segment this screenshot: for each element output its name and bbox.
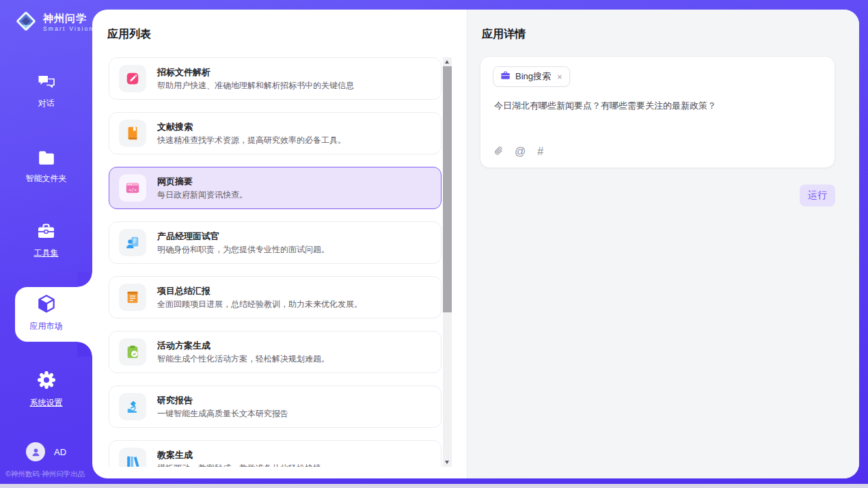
sidebar-item-smart-folder[interactable]: 智能文件夹 (0, 150, 92, 185)
app-card-project-summary[interactable]: 项目总结汇报 全面回顾项目进展，总结经验教训，助力未来优化发展。 (109, 276, 442, 318)
brand-logo: 神州问学 Smart Vision (14, 9, 94, 36)
sidebar-item-label: 应用市场 (30, 321, 63, 332)
app-card-title: 研究报告 (157, 396, 288, 405)
app-card-description: 模板驱动，教案秒成，教学准备从此轻松快捷 (157, 464, 321, 467)
books-icon (119, 448, 146, 467)
avatar (26, 442, 45, 461)
app-card-description: 每日政府新闻资讯快查。 (157, 191, 247, 199)
cube-icon (36, 293, 57, 317)
gear-icon (37, 370, 56, 392)
interviewer-icon (119, 229, 146, 256)
svg-text:</>: </> (128, 187, 137, 193)
app-card-title: 产品经理面试官 (157, 232, 329, 241)
sidebar-item-chat[interactable]: 对话 (0, 74, 92, 109)
app-list-scrollbar[interactable] (443, 57, 452, 467)
browser-code-icon: </> (119, 174, 146, 202)
tool-chip-bing-search[interactable]: Bing搜索 × (493, 66, 570, 87)
app-card-description: 一键智能生成高质量长文本研究报告 (157, 409, 288, 418)
app-card-lesson-plan[interactable]: 教案生成 模板驱动，教案秒成，教学准备从此轻松快捷 (109, 440, 442, 467)
hash-icon[interactable]: # (537, 146, 543, 158)
chat-icon (37, 74, 56, 92)
app-card-description: 智能生成个性化活动方案，轻松解决规划难题。 (157, 355, 329, 363)
chip-close-icon[interactable]: × (557, 72, 562, 82)
sidebar-item-label: 智能文件夹 (26, 173, 67, 185)
brand-name: 神州问学 (43, 13, 94, 25)
app-card-title: 招标文件解析 (157, 68, 354, 77)
scrollbar-down-icon[interactable] (443, 458, 452, 467)
notepad-icon (119, 284, 146, 311)
document-edit-icon (119, 65, 146, 92)
app-card-research-report[interactable]: 研究报告 一键智能生成高质量长文本研究报告 (109, 385, 442, 428)
sidebar-item-label: 工具集 (34, 247, 59, 259)
scrollbar-up-icon[interactable] (443, 57, 452, 66)
app-card-web-summary[interactable]: </> 网页摘要 每日政府新闻资讯快查。 (109, 167, 442, 209)
app-card-description: 快速精准查找学术资源，提高研究效率的必备工具。 (157, 136, 346, 144)
brand-subtitle: Smart Vision (43, 25, 94, 32)
sidebar-item-label: 系统设置 (30, 397, 63, 409)
app-list-title: 应用列表 (107, 27, 151, 42)
sidebar-item-settings[interactable]: 系统设置 (0, 370, 92, 409)
folder-icon (38, 150, 55, 167)
attachment-icon[interactable] (494, 145, 503, 159)
app-detail-title: 应用详情 (482, 27, 526, 42)
tool-chip-label: Bing搜索 (515, 70, 551, 83)
content-panel: 应用列表 应用详情 招标文件解析 帮助用户快速、准确地理解和解析招标书中的关键信… (92, 10, 859, 478)
app-list: 招标文件解析 帮助用户快速、准确地理解和解析招标书中的关键信息 文献搜索 快速精… (109, 57, 442, 467)
app-card-pm-interviewer[interactable]: 产品经理面试官 明确身份和职责，为您提供专业性的面试问题。 (109, 221, 442, 264)
app-card-description: 全面回顾项目进展，总结经验教训，助力未来优化发展。 (157, 300, 362, 308)
app-card-bid-document-analysis[interactable]: 招标文件解析 帮助用户快速、准确地理解和解析招标书中的关键信息 (109, 57, 442, 100)
briefcase-icon (500, 70, 511, 83)
sidebar-item-label: 对话 (38, 98, 55, 109)
sidebar-item-toolbox[interactable]: 工具集 (0, 223, 92, 259)
app-card-description: 明确身份和职责，为您提供专业性的面试问题。 (157, 245, 329, 254)
app-card-literature-search[interactable]: 文献搜索 快速精准查找学术资源，提高研究效率的必备工具。 (109, 112, 442, 154)
microscope-icon (119, 393, 146, 420)
person-icon (31, 447, 41, 457)
app-card-title: 文献搜索 (157, 122, 346, 131)
user-account[interactable]: AD (26, 442, 66, 461)
app-detail-composer: Bing搜索 × 今日湖北有哪些新闻要点？有哪些需要关注的最新政策？ @ # (480, 56, 835, 168)
query-input[interactable]: 今日湖北有哪些新闻要点？有哪些需要关注的最新政策？ (494, 99, 822, 113)
app-purple-frame: 神州问学 Smart Vision 对话 智能文件夹 (0, 0, 868, 484)
toolbox-icon (37, 223, 55, 242)
app-card-title: 项目总结汇报 (157, 286, 362, 295)
brand-diamond-icon (14, 9, 38, 36)
app-card-title: 网页摘要 (157, 177, 247, 186)
app-card-description: 帮助用户快速、准确地理解和解析招标书中的关键信息 (157, 81, 354, 90)
sidebar-item-app-market[interactable]: 应用市场 (0, 293, 92, 332)
user-label: AD (54, 447, 66, 457)
app-card-title: 活动方案生成 (157, 341, 329, 350)
copyright-footer: ©神州数码·神州问学出品 (5, 470, 85, 479)
clipboard-check-icon (119, 338, 146, 366)
book-icon (119, 120, 146, 147)
app-card-title: 教案生成 (157, 450, 321, 459)
app-card-event-plan[interactable]: 活动方案生成 智能生成个性化活动方案，轻松解决规划难题。 (109, 331, 442, 373)
scrollbar-thumb[interactable] (443, 66, 452, 312)
run-button[interactable]: 运行 (800, 185, 835, 206)
mention-icon[interactable]: @ (515, 146, 526, 158)
